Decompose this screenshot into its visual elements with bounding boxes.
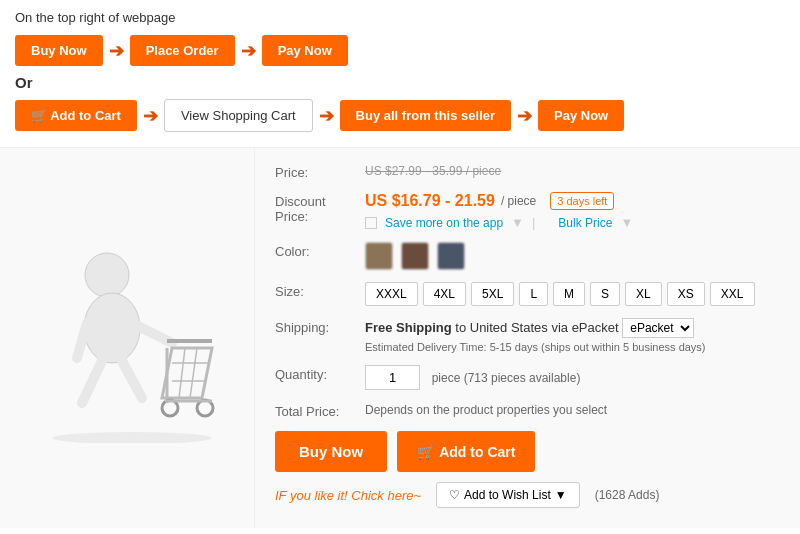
size-xs[interactable]: XS bbox=[667, 282, 705, 306]
shopping-cart-illustration bbox=[27, 233, 227, 443]
action-buttons: Buy Now 🛒 Add to Cart bbox=[275, 431, 780, 472]
svg-line-5 bbox=[122, 361, 142, 398]
view-shopping-cart-button[interactable]: View Shopping Cart bbox=[164, 99, 313, 132]
total-price-row: Total Price: Depends on the product prop… bbox=[275, 402, 780, 419]
product-area: Price: US $27.99 - 35.99 / piece Discoun… bbox=[0, 147, 800, 528]
arrow-1: ➔ bbox=[109, 40, 124, 62]
color-swatch-2[interactable] bbox=[401, 242, 429, 270]
color-value bbox=[365, 242, 780, 270]
svg-line-3 bbox=[77, 323, 87, 358]
bulk-price-link[interactable]: Bulk Price bbox=[558, 216, 612, 230]
discount-price-row: DiscountPrice: US $16.79 - 21.59 / piece… bbox=[275, 192, 780, 230]
size-label: Size: bbox=[275, 282, 365, 299]
cart-icon-main: 🛒 bbox=[417, 444, 434, 460]
svg-line-10 bbox=[190, 348, 197, 398]
shipping-dest: to United States via ePacket bbox=[455, 320, 618, 335]
instruction-bar: On the top right of webpage bbox=[0, 0, 800, 30]
quantity-row: Quantity: piece (713 pieces available) bbox=[275, 365, 780, 390]
cart-icon-top: 🛒 bbox=[31, 108, 47, 123]
quantity-label: Quantity: bbox=[275, 365, 365, 382]
shipping-method-select[interactable]: ePacket bbox=[622, 318, 694, 338]
arrow-4: ➔ bbox=[319, 105, 334, 127]
size-l[interactable]: L bbox=[519, 282, 548, 306]
arrow-3: ➔ bbox=[143, 105, 158, 127]
svg-point-15 bbox=[52, 432, 212, 443]
days-left-badge: 3 days left bbox=[550, 192, 614, 210]
quantity-available: piece (713 pieces available) bbox=[432, 371, 581, 385]
total-value: Depends on the product properties you se… bbox=[365, 402, 780, 417]
add-to-wishlist-button[interactable]: ♡ Add to Wish List ▼ bbox=[436, 482, 580, 508]
save-more-checkbox[interactable] bbox=[365, 217, 377, 229]
shipping-row: Shipping: Free Shipping to United States… bbox=[275, 318, 780, 353]
size-5xl[interactable]: 5XL bbox=[471, 282, 514, 306]
wishlist-row: IF you like it! Chick here~ ♡ Add to Wis… bbox=[275, 482, 780, 513]
total-label: Total Price: bbox=[275, 402, 365, 419]
save-more-row: Save more on the app ▼ | Bulk Price ▼ bbox=[365, 215, 780, 230]
color-row: Color: bbox=[275, 242, 780, 270]
size-options: XXXL 4XL 5XL L M S XL XS XXL bbox=[365, 282, 780, 306]
color-swatch-3[interactable] bbox=[437, 242, 465, 270]
chevron-down-icon: ▼ bbox=[555, 488, 567, 502]
save-more-link[interactable]: Save more on the app bbox=[385, 216, 503, 230]
shipping-info: Free Shipping to United States via ePack… bbox=[365, 318, 780, 338]
svg-line-9 bbox=[179, 348, 185, 398]
quantity-input[interactable] bbox=[365, 365, 420, 390]
wishlist-count: (1628 Adds) bbox=[595, 488, 660, 502]
discount-price: US $16.79 - 21.59 bbox=[365, 192, 495, 210]
buy-now-button-1[interactable]: Buy Now bbox=[15, 35, 103, 66]
pay-now-button-2[interactable]: Pay Now bbox=[538, 100, 624, 131]
add-to-cart-button-top[interactable]: 🛒 Add to Cart bbox=[15, 100, 137, 131]
shipping-label: Shipping: bbox=[275, 318, 365, 335]
if-you-like-text: IF you like it! Chick here~ bbox=[275, 488, 421, 503]
pay-now-button-1[interactable]: Pay Now bbox=[262, 35, 348, 66]
size-4xl[interactable]: 4XL bbox=[423, 282, 466, 306]
arrow-2: ➔ bbox=[241, 40, 256, 62]
size-xxl[interactable]: XXL bbox=[710, 282, 755, 306]
color-swatches bbox=[365, 242, 780, 270]
buy-all-seller-button[interactable]: Buy all from this seller bbox=[340, 100, 511, 131]
size-xxxl[interactable]: XXXL bbox=[365, 282, 418, 306]
size-row: Size: XXXL 4XL 5XL L M S XL XS XXL bbox=[275, 282, 780, 306]
flow-row-2: 🛒 Add to Cart ➔ View Shopping Cart ➔ Buy… bbox=[0, 94, 800, 137]
add-to-cart-button-main[interactable]: 🛒 Add to Cart bbox=[397, 431, 535, 472]
instruction-text: On the top right of webpage bbox=[15, 10, 175, 25]
original-price: US $27.99 - 35.99 / piece bbox=[365, 164, 501, 178]
or-label: Or bbox=[0, 71, 800, 94]
size-value: XXXL 4XL 5XL L M S XL XS XXL bbox=[365, 282, 780, 306]
svg-line-4 bbox=[82, 361, 102, 403]
heart-icon: ♡ bbox=[449, 488, 460, 502]
free-shipping-text: Free Shipping bbox=[365, 320, 452, 335]
shipping-value: Free Shipping to United States via ePack… bbox=[365, 318, 780, 353]
price-label: Price: bbox=[275, 163, 365, 180]
arrow-5: ➔ bbox=[517, 105, 532, 127]
flow-row-1: Buy Now ➔ Place Order ➔ Pay Now bbox=[0, 30, 800, 71]
price-value: US $27.99 - 35.99 / piece bbox=[365, 163, 780, 178]
discount-label: DiscountPrice: bbox=[275, 192, 365, 224]
product-image-container bbox=[0, 148, 255, 528]
price-row: Price: US $27.99 - 35.99 / piece bbox=[275, 163, 780, 180]
total-price-text: Depends on the product properties you se… bbox=[365, 403, 607, 417]
product-image bbox=[17, 228, 237, 448]
size-m[interactable]: M bbox=[553, 282, 585, 306]
product-details: Price: US $27.99 - 35.99 / piece Discoun… bbox=[255, 148, 800, 528]
buy-now-button-main[interactable]: Buy Now bbox=[275, 431, 387, 472]
place-order-button[interactable]: Place Order bbox=[130, 35, 235, 66]
shipping-detail-text: Estimated Delivery Time: 5-15 days (ship… bbox=[365, 341, 780, 353]
size-xl[interactable]: XL bbox=[625, 282, 662, 306]
per-piece: / piece bbox=[501, 194, 536, 208]
quantity-value-container: piece (713 pieces available) bbox=[365, 365, 780, 390]
size-s[interactable]: S bbox=[590, 282, 620, 306]
color-label: Color: bbox=[275, 242, 365, 259]
discount-value: US $16.79 - 21.59 / piece 3 days left Sa… bbox=[365, 192, 780, 230]
svg-point-0 bbox=[85, 253, 129, 297]
color-swatch-1[interactable] bbox=[365, 242, 393, 270]
